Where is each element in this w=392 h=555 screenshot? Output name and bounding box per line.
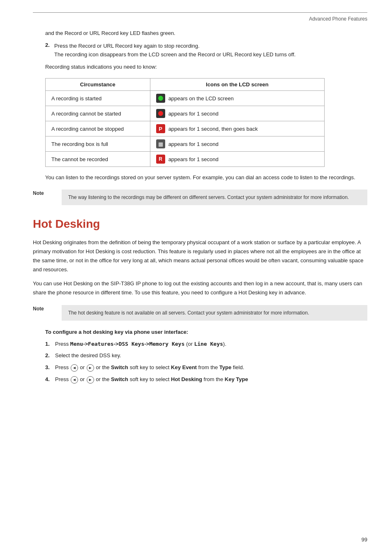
note-box-2: Note The hot desking feature is not avai… (33, 305, 367, 321)
note1-label: Note (33, 190, 62, 205)
table-col1: Circumstance (46, 79, 150, 91)
step-2-num: 2. (45, 42, 54, 59)
right-arrow-btn-3[interactable]: ► (87, 364, 94, 372)
icon-desc-text: appears for 1 second (168, 111, 219, 117)
step-3-num: 3. (45, 363, 55, 372)
table-row: A recording cannot be stoppedPappears fo… (46, 121, 325, 136)
configure-label: To configure a hot desking key via phone… (45, 329, 367, 335)
type-field-label: Type (219, 364, 231, 370)
hot-desking-option: Hot Desking (171, 376, 202, 382)
icon-desc-text: appears for 1 second (168, 156, 219, 162)
rec-icon: R (156, 155, 165, 164)
step1-dss: DSS Keys (119, 341, 145, 347)
icon-cell-container: ▦appears for 1 second (150, 136, 324, 152)
table-row: The recording box is full▦appears for 1 … (46, 136, 325, 152)
step-1-content: Press Menu->Features->DSS Keys->Memory K… (55, 340, 367, 349)
rec-icon (156, 109, 165, 118)
step-2: 2. Press the Record or URL Record key ag… (45, 42, 367, 59)
note-box-1: Note The way listening to the recordings… (33, 190, 367, 205)
circumstance-cell: A recording is started (46, 91, 150, 106)
note2-content: The hot desking feature is not available… (62, 305, 367, 321)
step-item-4: 4. Press ◄ or ► or the Switch soft key t… (45, 375, 367, 384)
step-2-text: Press the Record or URL Record key again… (54, 42, 367, 51)
rec-icon: ▦ (156, 139, 165, 148)
rec-icon (156, 94, 165, 103)
page: Advanced Phone Features and the Record o… (0, 0, 392, 555)
icon-cell-container: appears for 1 second (150, 106, 324, 121)
icon-cell-container: Pappears for 1 second, then goes back (150, 121, 324, 136)
step1-line-keys: Line Keys (194, 341, 223, 347)
step-4-content: Press ◄ or ► or the Switch soft key to s… (55, 375, 367, 384)
icon-desc-text: appears for 1 second, then goes back (168, 126, 258, 132)
step-list: 1. Press Menu->Features->DSS Keys->Memor… (45, 340, 367, 384)
icon-cell-container: Rappears for 1 second (150, 152, 324, 167)
note1-content: The way listening to the recordings may … (62, 190, 367, 205)
step-item-1: 1. Press Menu->Features->DSS Keys->Memor… (45, 340, 367, 349)
right-arrow-btn-4[interactable]: ► (87, 376, 94, 384)
rec-icon: P (156, 124, 165, 133)
header-title: Advanced Phone Features (309, 16, 367, 22)
step-1-num: 1. (45, 340, 55, 349)
table-col2: Icons on the LCD screen (150, 79, 324, 91)
hot-desking-para2: You can use Hot Desking on the SIP-T38G … (33, 279, 367, 297)
step-2-content: Press the Record or URL Record key again… (54, 42, 367, 59)
icon-desc-text: appears for 1 second (168, 141, 219, 147)
switch-label-3: Switch (111, 364, 128, 370)
key-type-label: Key Type (225, 376, 248, 382)
left-arrow-btn-4[interactable]: ◄ (71, 376, 78, 384)
key-event-label: Key Event (171, 364, 197, 370)
table-row: A recording is startedappears on the LCD… (46, 91, 325, 106)
step-3-content: Press ◄ or ► or the Switch soft key to s… (55, 363, 367, 372)
step1-features: Features (88, 341, 114, 347)
icon-desc-text: appears on the LCD screen (168, 95, 234, 102)
step-2-num-cfg: 2. (45, 352, 55, 360)
step-item-2: 2. Select the desired DSS key. (45, 352, 367, 360)
table-row: A recording cannot be startedappears for… (46, 106, 325, 121)
icon-cell-container: appears on the LCD screen (150, 91, 324, 106)
step-2-content-cfg: Select the desired DSS key. (55, 352, 367, 360)
step1-menu: Menu (70, 341, 83, 347)
intro-line1: and the Record or URL Record key LED fla… (45, 29, 367, 38)
left-arrow-btn-3[interactable]: ◄ (71, 364, 78, 372)
page-header: Advanced Phone Features (33, 16, 367, 22)
note2-label: Note (33, 305, 62, 321)
table-intro: Recording status indications you need to… (45, 63, 367, 72)
circumstance-cell: The recording box is full (46, 136, 150, 152)
circumstance-cell: A recording cannot be stopped (46, 121, 150, 136)
step-item-3: 3. Press ◄ or ► or the Switch soft key t… (45, 363, 367, 372)
circumstance-cell: The cannot be recorded (46, 152, 150, 167)
table-row: The cannot be recordedRappears for 1 sec… (46, 152, 325, 167)
circumstance-cell: A recording cannot be started (46, 106, 150, 121)
step-4-num: 4. (45, 375, 55, 384)
hot-desking-title: Hot Desking (33, 217, 367, 231)
header-rule (33, 12, 367, 13)
step-2-sub: The recording icon disappears from the L… (54, 51, 367, 59)
hot-desking-para1: Hot Desking originates from the definiti… (33, 238, 367, 274)
switch-label-4: Switch (111, 376, 128, 382)
recording-table: Circumstance Icons on the LCD screen A r… (45, 78, 325, 167)
page-number: 99 (362, 536, 367, 543)
step1-memory: Memory Keys (149, 341, 184, 347)
after-table-para: You can listen to the recordings stored … (45, 173, 367, 182)
